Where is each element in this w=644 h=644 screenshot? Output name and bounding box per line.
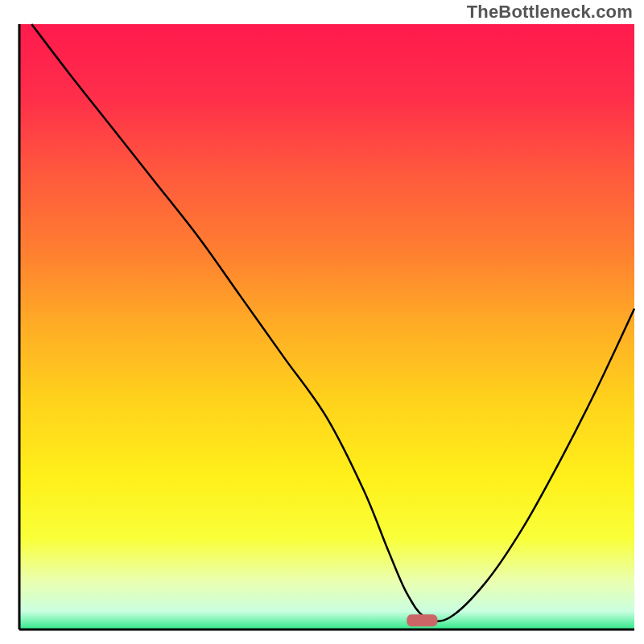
- chart-container: TheBottleneck.com: [0, 0, 644, 644]
- plot-background: [19, 24, 634, 630]
- watermark-text: TheBottleneck.com: [467, 2, 633, 23]
- bottleneck-chart: [0, 0, 644, 644]
- optimal-marker: [407, 614, 437, 626]
